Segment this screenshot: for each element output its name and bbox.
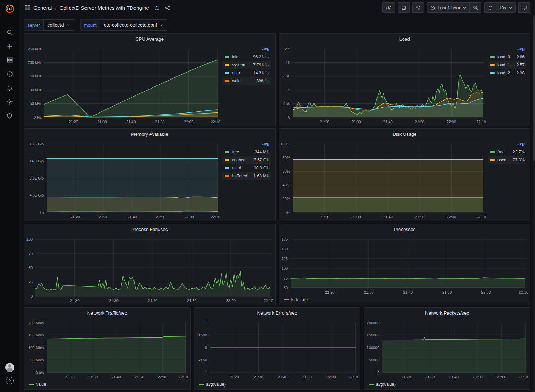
breadcrumb-folder[interactable]: General	[33, 5, 52, 11]
legend-avg-header: avg	[488, 45, 526, 53]
series-avg-value: 10.8 Gib	[254, 166, 269, 170]
variable-mount-value[interactable]: etc-collectd-collectd.conf	[100, 19, 167, 31]
legend-item-used[interactable]: used10.8 Gib	[222, 164, 271, 172]
processes-chart[interactable]: 21:2021:3021:4021:5022:0022:105075100125…	[279, 234, 530, 296]
legend-item-load_0[interactable]: load_02.86	[488, 53, 526, 61]
grafana-logo[interactable]	[0, 0, 19, 17]
panel-title[interactable]: Process Fork/sec	[24, 224, 275, 234]
dashboard-title[interactable]: CollectD Server Metrics with TDengine	[60, 5, 149, 11]
sidebar-item-create[interactable]	[3, 42, 17, 51]
panel-title[interactable]: Network Traffic/sec	[24, 308, 190, 318]
sidebar-item-explore[interactable]	[3, 69, 17, 78]
panel-process-fork: Process Fork/sec 21:2021:3021:4021:5022:…	[24, 224, 276, 305]
svg-text:175: 175	[281, 237, 287, 241]
sidebar-item-dashboards[interactable]	[3, 56, 17, 65]
legend-item-used[interactable]: used77.3%	[488, 156, 526, 164]
panel-title[interactable]: Load	[279, 34, 530, 44]
legend-item-cached[interactable]: cached3.67 Gib	[222, 156, 271, 164]
memory-available-chart[interactable]: 21:2021:3021:4021:5022:0022:100 b4.66 Gi…	[24, 139, 222, 221]
time-range-picker[interactable]: Last 1 hour	[427, 2, 470, 13]
zoom-out-time-button[interactable]	[470, 2, 481, 13]
save-icon	[401, 5, 406, 10]
cpu-average-chart[interactable]: 21:2021:3021:4021:5022:0022:100 Hz50 kHz…	[24, 44, 222, 126]
refresh-group: 10s	[484, 2, 516, 13]
svg-text:60%: 60%	[282, 169, 290, 173]
magnifier-minus-icon	[473, 5, 478, 10]
legend-item-load_2[interactable]: load_22.38	[488, 69, 526, 77]
panel-title[interactable]: Network Packets/sec	[364, 308, 530, 318]
user-avatar[interactable]	[5, 363, 14, 372]
network-traffic-chart[interactable]: 21:2021:3021:4021:5022:0022:100 b/s50 Mb…	[24, 318, 190, 381]
title-actions	[154, 5, 171, 11]
chevron-down-icon	[67, 23, 70, 27]
cycle-view-mode-button[interactable]	[518, 2, 530, 13]
panel-network-packets: Network Packets/sec 21:2021:3021:4021:50…	[364, 307, 530, 390]
network-packets-chart[interactable]: 21:2021:3021:4021:5022:0022:100500001000…	[364, 318, 530, 381]
scrollbar-thumb[interactable]	[533, 15, 535, 161]
svg-text:10: 10	[286, 60, 290, 65]
panel-title[interactable]: Disk Usage	[279, 129, 530, 139]
svg-text:50000: 50000	[369, 358, 380, 362]
legend-item-fork_rate[interactable]: fork_rate	[291, 297, 308, 302]
svg-text:21:30: 21:30	[88, 375, 98, 379]
variable-server-value[interactable]: collectd	[43, 19, 74, 31]
legend-item-free[interactable]: free22.7%	[488, 148, 526, 156]
refresh-button[interactable]	[484, 2, 496, 13]
save-dashboard-button[interactable]	[398, 2, 410, 13]
star-icon[interactable]	[154, 5, 160, 11]
sidebar-nav	[3, 28, 17, 120]
svg-text:21:30: 21:30	[97, 120, 107, 124]
search-icon	[6, 29, 13, 36]
svg-text:200 kHz: 200 kHz	[27, 60, 41, 65]
variable-server: server collectd	[24, 19, 74, 31]
svg-text:21:20: 21:20	[325, 290, 334, 294]
series-avg-value: 2.57	[517, 62, 525, 67]
disk-usage-chart[interactable]: 21:2021:3021:4021:5022:0022:100%20%40%60…	[279, 139, 488, 221]
sidebar-item-search[interactable]	[3, 28, 17, 37]
series-color-swatch	[225, 167, 229, 169]
legend-item-avg(value)[interactable]: avg(value)	[206, 382, 226, 387]
legend-item-avg(value)[interactable]: avg(value)	[376, 382, 396, 387]
svg-text:125: 125	[281, 257, 287, 261]
help-icon[interactable]: ?	[6, 377, 14, 384]
svg-text:250 kHz: 250 kHz	[27, 47, 41, 51]
legend-item-idle[interactable]: idle96.2 kHz	[222, 53, 271, 61]
sidebar-item-alerting[interactable]	[3, 83, 17, 92]
svg-text:21:50: 21:50	[135, 375, 144, 379]
processes-legend: fork_rate	[279, 296, 530, 305]
chevron-down-icon	[463, 6, 467, 10]
network-errors-chart[interactable]: 21:2021:3021:4021:5022:0022:10-1-0.5000.…	[194, 318, 360, 381]
svg-text:150 Mb/s: 150 Mb/s	[28, 333, 44, 337]
panel-title[interactable]: Memory Available	[24, 129, 275, 139]
panel-title[interactable]: CPU Average	[24, 34, 275, 44]
process-fork-chart[interactable]: 21:2021:3021:4021:5022:0022:100255075100	[24, 234, 275, 305]
network-errors-legend: avg(value)	[194, 381, 360, 389]
variable-mount-label: mount	[80, 19, 100, 31]
panel-title[interactable]: Network Errors/sec	[194, 308, 360, 318]
panel-title[interactable]: Processes	[279, 224, 530, 234]
svg-text:22:00: 22:00	[226, 299, 236, 303]
series-color-swatch	[490, 64, 495, 66]
legend-item-user[interactable]: user14.3 kHz	[222, 69, 271, 77]
series-name: idle	[232, 55, 239, 59]
legend-item-buffered[interactable]: buffered1.68 Mib	[222, 172, 271, 180]
network-packets-legend: avg(value)	[364, 381, 530, 389]
svg-text:21:40: 21:40	[383, 215, 393, 219]
refresh-interval-picker[interactable]: 10s	[496, 2, 516, 13]
svg-text:21:50: 21:50	[415, 215, 424, 219]
share-icon[interactable]	[165, 5, 171, 11]
svg-text:21:30: 21:30	[351, 215, 361, 219]
svg-text:21:20: 21:20	[70, 299, 80, 303]
svg-text:150 kHz: 150 kHz	[27, 74, 41, 78]
legend-item-load_1[interactable]: load_12.57	[488, 61, 526, 69]
legend-item-system[interactable]: system7.79 kHz	[222, 61, 271, 69]
load-chart[interactable]: 21:2021:3021:4021:5022:0022:1002.5057.50…	[279, 44, 488, 126]
sidebar-item-configuration[interactable]	[3, 97, 17, 106]
series-name: wait	[232, 78, 240, 83]
dashboard-settings-button[interactable]	[412, 2, 424, 13]
add-panel-button[interactable]	[382, 2, 395, 13]
legend-item-free[interactable]: free344 Mib	[222, 148, 271, 156]
legend-item-wait[interactable]: wait386 Hz	[222, 77, 271, 85]
sidebar-item-server-admin[interactable]	[3, 111, 17, 120]
legend-item-value[interactable]: value	[36, 382, 46, 387]
